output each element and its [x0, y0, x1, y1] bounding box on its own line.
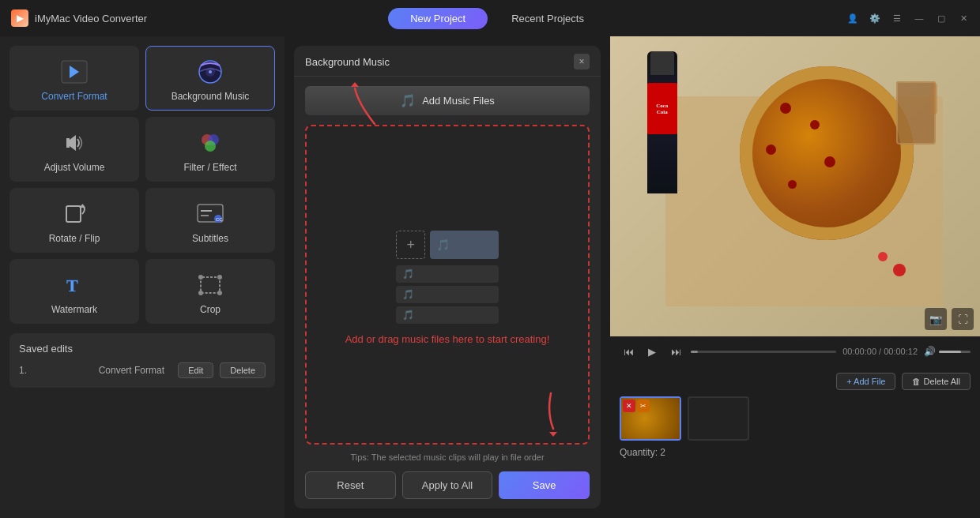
music-note-icon: 🎵	[400, 93, 416, 108]
crop-icon	[194, 271, 226, 299]
edit-button[interactable]: Edit	[178, 362, 213, 378]
svg-text:T: T	[66, 276, 78, 295]
left-panel: Convert Format Background Music	[0, 36, 285, 518]
volume-icon[interactable]: 🔊	[924, 346, 936, 357]
apply-to-all-button[interactable]: Apply to All	[402, 471, 493, 499]
drop-area-text: Add or drag music files here to start cr…	[345, 333, 550, 345]
volume-bar[interactable]	[939, 351, 971, 353]
filter-effect-icon	[194, 129, 226, 157]
skip-forward-button[interactable]: ⏭	[667, 343, 684, 360]
volume-area: 🔊	[924, 346, 971, 357]
svg-point-19	[198, 291, 203, 295]
file-item-2: 🎵	[396, 286, 499, 303]
tool-grid: Convert Format Background Music	[9, 46, 275, 324]
arrow-down-indicator	[531, 389, 571, 437]
tool-crop[interactable]: Crop	[145, 259, 275, 324]
add-music-label: Add Music Files	[422, 95, 495, 107]
dialog-header: Background Music ×	[294, 46, 601, 77]
tool-convert-format[interactable]: Convert Format	[9, 46, 139, 111]
crop-label: Crop	[200, 304, 220, 315]
drop-area[interactable]: + 🎵 🎵 🎵 🎵 Add or drag mus	[305, 125, 590, 445]
music-file-icon: 🎵	[436, 238, 450, 251]
minimize-icon[interactable]: —	[914, 13, 925, 24]
arrow-up-indicator	[335, 81, 398, 128]
convert-format-label: Convert Format	[41, 91, 107, 102]
tips-text: Tips: The selected music clips will play…	[305, 452, 590, 462]
thumb-badges-1: ✕ ✂	[623, 400, 650, 412]
saved-edits-panel: Saved edits 1. Convert Format Edit Delet…	[9, 333, 275, 388]
background-music-label: Background Music	[172, 91, 250, 102]
file-list-area: + Add File 🗑 Delete All ✕ ✂ Quantity: 2	[610, 366, 980, 518]
close-icon[interactable]: ✕	[958, 13, 969, 24]
preview-overlay-buttons: 📷 ⛶	[925, 308, 974, 330]
thumb-dark-bg	[689, 398, 748, 439]
tool-filter-effect[interactable]: Filter / Effect	[145, 117, 275, 182]
subtitles-icon: CC	[194, 200, 226, 228]
thumbnail-1[interactable]: ✕ ✂	[620, 396, 681, 441]
svg-point-7	[205, 141, 216, 152]
watermark-icon: T	[58, 271, 90, 299]
file-item-1: 🎵	[396, 265, 499, 283]
titlebar-left: ▶ iMyMac Video Converter	[11, 9, 147, 27]
tool-rotate-flip[interactable]: Rotate / Flip	[9, 188, 139, 253]
tool-watermark[interactable]: T Watermark	[9, 259, 139, 324]
svg-text:CC: CC	[216, 217, 223, 222]
svg-marker-22	[549, 432, 557, 437]
delete-all-button[interactable]: 🗑 Delete All	[902, 373, 971, 390]
saved-edit-row: 1. Convert Format Edit Delete	[19, 362, 266, 378]
menu-icon[interactable]: ☰	[891, 13, 903, 24]
tool-subtitles[interactable]: CC Subtitles	[145, 188, 275, 253]
tab-recent-projects[interactable]: Recent Projects	[489, 8, 606, 29]
background-music-icon	[194, 58, 226, 86]
dialog-footer: Reset Apply to All Save	[294, 465, 601, 509]
convert-format-icon	[58, 58, 90, 86]
adjust-volume-icon	[58, 129, 90, 157]
progress-bar[interactable]	[691, 351, 836, 353]
tab-switcher: New Project Recent Projects	[388, 8, 606, 29]
pizza-scene: CocaCola	[610, 36, 980, 336]
save-button[interactable]: Save	[499, 471, 590, 499]
saved-edit-number: 1.	[19, 365, 92, 376]
tab-new-project[interactable]: New Project	[388, 8, 488, 29]
svg-point-18	[217, 275, 222, 280]
skip-back-button[interactable]: ⏮	[620, 343, 637, 360]
saved-edits-title: Saved edits	[19, 343, 266, 355]
highlighted-file-item: 🎵	[430, 231, 499, 259]
video-preview: CocaCola 📷 ⛶	[610, 36, 980, 336]
main-content: Convert Format Background Music	[0, 36, 980, 518]
quantity-text: Quantity: 2	[620, 447, 971, 458]
tool-adjust-volume[interactable]: Adjust Volume	[9, 117, 139, 182]
add-file-button[interactable]: + Add File	[836, 373, 895, 390]
app-logo: ▶	[11, 9, 28, 27]
saved-edit-name: Convert Format	[99, 365, 172, 376]
file-item-3: 🎵	[396, 306, 499, 324]
subtitles-label: Subtitles	[192, 233, 228, 244]
titlebar-right: 👤 ⚙️ ☰ — ▢ ✕	[847, 13, 969, 24]
time-display: 00:00:00 / 00:00:12	[842, 347, 918, 356]
reset-button[interactable]: Reset	[305, 471, 396, 499]
account-icon[interactable]: 👤	[847, 13, 858, 24]
screenshot-button[interactable]: 📷	[925, 308, 947, 330]
play-pause-button[interactable]: ▶	[643, 343, 661, 360]
playback-bar: ⏮ ▶ ⏭ 00:00:00 / 00:00:12 🔊	[610, 336, 980, 366]
dialog-title: Background Music	[305, 56, 390, 68]
fullscreen-button[interactable]: ⛶	[952, 308, 974, 330]
file-list-header: + Add File 🗑 Delete All	[620, 373, 971, 390]
delete-button[interactable]: Delete	[220, 362, 266, 378]
settings-icon[interactable]: ⚙️	[869, 13, 880, 24]
svg-point-20	[217, 291, 222, 295]
dialog-box: Background Music × 🎵 Add Music Files +	[294, 46, 601, 509]
app-title: iMyMac Video Converter	[35, 13, 147, 24]
progress-fill	[691, 351, 698, 353]
dialog-close-button[interactable]: ×	[574, 54, 590, 69]
plus-drop-zone: +	[396, 231, 425, 259]
thumbnail-2[interactable]	[688, 396, 749, 441]
adjust-volume-label: Adjust Volume	[44, 162, 105, 173]
filter-effect-label: Filter / Effect	[183, 162, 236, 173]
watermark-label: Watermark	[51, 304, 97, 315]
maximize-icon[interactable]: ▢	[936, 13, 947, 24]
thumbnails-row: ✕ ✂	[620, 396, 971, 441]
middle-panel: Background Music × 🎵 Add Music Files +	[285, 36, 610, 518]
tool-background-music[interactable]: Background Music	[145, 46, 275, 111]
badge-x: ✕	[623, 400, 635, 412]
